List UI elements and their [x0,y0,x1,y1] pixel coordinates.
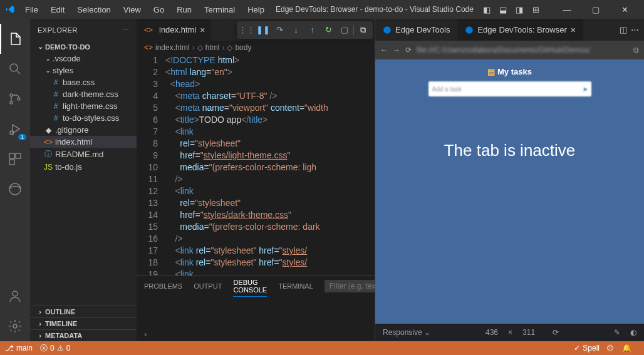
breadcrumb-item[interactable]: index.html [155,43,190,52]
file-label: index.html [55,137,92,147]
emulate-vision-icon[interactable]: ✎ [614,328,620,337]
search-activity[interactable] [0,54,30,84]
tab-edge-devtools-browser[interactable]: Edge DevTools: Browser × [457,19,583,41]
pause-button[interactable]: ❚❚ [256,23,271,38]
tree-root[interactable]: ⌄DEMO-TO-DO [30,41,137,53]
settings-activity[interactable] [0,311,30,341]
screencast-button[interactable]: ⧉ [355,23,370,38]
file-index-html[interactable]: <>index.html [30,136,137,148]
reload-button[interactable]: ⟳ [405,46,412,54]
bell-icon[interactable]: 🔔 [622,344,631,352]
close-button[interactable]: ✕ [610,0,639,19]
section-label: METADATA [45,332,82,339]
debug-console-body[interactable]: › [137,296,375,341]
rotate-icon[interactable]: ⟳ [553,328,559,337]
problems-indicator[interactable]: ⓧ0 ⚠0 [40,343,70,354]
toggle-panel-bottom-icon[interactable]: ⬓ [496,3,510,16]
toggle-panel-right-icon[interactable]: ◨ [512,3,526,16]
inactive-overlay: The tab is inactive [444,141,576,160]
panel-filter-input[interactable] [325,280,375,292]
breadcrumb-item[interactable]: html [205,43,220,52]
step-out-button[interactable]: ↑ [304,23,319,38]
menu-view[interactable]: View [118,3,146,17]
menu-bar: FileEditSelectionViewGoRunTerminalHelp [20,3,269,17]
breadcrumb-item[interactable]: body [235,43,251,52]
file-readme-md[interactable]: ⓘREADME.md [30,148,137,161]
svg-point-9 [13,291,18,296]
outline-section[interactable]: ›OUTLINE [30,306,137,317]
code-lines[interactable]: <!DOCTYPE html><html lang="en"> <head> <… [165,54,375,275]
emulate-css-icon[interactable]: ◐ [630,328,636,337]
browser-viewport[interactable]: ▤My tasks Add a task➤ The tab is inactiv… [375,59,644,324]
step-over-button[interactable]: ↷ [272,23,287,38]
toggle-panel-left-icon[interactable]: ◧ [480,3,494,16]
element-icon: ◇ [197,43,203,52]
timeline-section[interactable]: ›TIMELINE [30,317,137,329]
bottom-panels: PROBLEMS OUTPUT DEBUG CONSOLE TERMINAL ≡… [137,275,375,341]
menu-terminal[interactable]: Terminal [199,3,240,17]
accounts-activity[interactable] [0,281,30,311]
checklist-icon: ▤ [487,67,495,76]
chevron-right-icon: › [35,320,45,327]
minimize-button[interactable]: — [553,0,581,19]
step-into-button[interactable]: ↓ [288,23,303,38]
file-todo-styles-css[interactable]: #to-do-styles.css [30,112,137,124]
split-editor-icon[interactable]: ◫ [620,25,627,34]
close-tab-icon[interactable]: × [200,25,205,35]
metadata-section[interactable]: ›METADATA [30,329,137,341]
folder-styles[interactable]: ⌄styles [30,64,137,76]
code-editor[interactable]: 12345678910111213141516171819 <!DOCTYPE … [137,54,375,275]
line-gutter: 12345678910111213141516171819 [137,54,165,275]
viewport-width[interactable]: 436 [486,328,498,337]
file-label: to-do-styles.css [63,113,119,123]
stop-button[interactable]: ▢ [337,23,352,38]
file-todo-js[interactable]: JSto-do.js [30,161,137,173]
run-debug-activity[interactable]: 1 [0,114,30,144]
panel-tab-debug-console[interactable]: DEBUG CONSOLE [233,276,267,297]
editor-area: <> index.html × ⋮⋮ ❚❚ ↷ ↓ ↑ ↻ ▢ ⧉ <> ind… [137,19,375,341]
tab-label: Edge DevTools: Browser [477,25,566,34]
explorer-activity[interactable] [0,24,30,54]
menu-edit[interactable]: Edit [46,3,70,17]
more-icon[interactable]: ⋯ [631,25,639,34]
tab-edge-devtools[interactable]: Edge DevTools [375,19,457,41]
titlebar: FileEditSelectionViewGoRunTerminalHelp E… [0,0,644,19]
maximize-button[interactable]: ▢ [581,0,610,19]
source-control-activity[interactable] [0,84,30,114]
viewport-height[interactable]: 311 [522,328,535,337]
customize-layout-icon[interactable]: ⊞ [529,3,543,16]
panel-tab-terminal[interactable]: TERMINAL [278,280,313,292]
editor-tab-index-html[interactable]: <> index.html × [137,19,212,41]
url-bar[interactable]: file:///C:/Users/collabora/Documents/Git… [417,46,628,54]
breadcrumbs[interactable]: <> index.html › ◇ html › ◇ body [137,41,375,54]
back-button[interactable]: ← [380,46,388,54]
file-label: light-theme.css [63,101,117,111]
forward-button[interactable]: → [393,46,400,54]
edge-activity[interactable] [0,174,30,204]
menu-selection[interactable]: Selection [72,3,115,17]
sidebar-more-icon[interactable]: ⋯ [122,26,130,34]
menu-help[interactable]: Help [242,3,269,17]
file-gitignore[interactable]: ◆.gitignore [30,124,137,136]
menu-go[interactable]: Go [148,3,169,17]
menu-file[interactable]: File [20,3,43,17]
file-light-theme-css[interactable]: #light-theme.css [30,100,137,112]
feedback-icon[interactable]: ⛒ [607,344,615,352]
folder-vscode[interactable]: ⌄.vscode [30,53,137,64]
close-tab-icon[interactable]: × [571,25,576,35]
extensions-activity[interactable] [0,144,30,174]
spell-indicator[interactable]: ✓ Spell [574,344,600,352]
drag-handle-icon[interactable]: ⋮⋮ [239,23,254,38]
open-external-icon[interactable]: ⧉ [633,46,639,54]
restart-button[interactable]: ↻ [321,23,336,38]
window-title: Edge DevTools: Browser - demo-to-do - Vi… [269,5,480,14]
section-label: OUTLINE [45,308,75,316]
file-dark-theme-css[interactable]: #dark-theme.css [30,88,137,100]
branch-indicator[interactable]: ⎇main [5,344,33,352]
menu-run[interactable]: Run [172,3,197,17]
browser-toolbar: ← → ⟳ file:///C:/Users/collabora/Documen… [375,41,644,59]
file-base-css[interactable]: #base.css [30,76,137,88]
responsive-select[interactable]: Responsive ⌄ [383,328,430,337]
panel-tab-problems[interactable]: PROBLEMS [144,280,182,292]
panel-tab-output[interactable]: OUTPUT [194,280,222,292]
